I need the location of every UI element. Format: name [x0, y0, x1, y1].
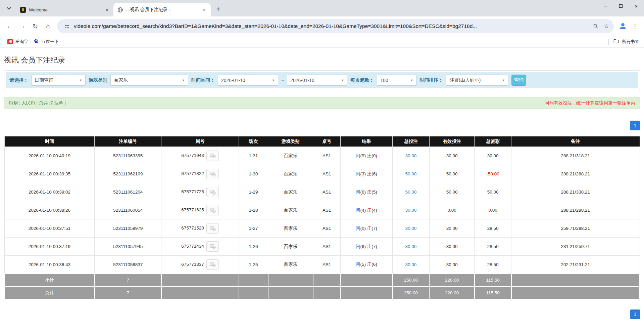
- cell-session: 1-31: [239, 147, 268, 165]
- cell-total-bet: 30.00: [393, 147, 430, 165]
- date-end-select[interactable]: 2026-01-10 ▼: [287, 75, 347, 86]
- total-bet-link[interactable]: 30.00: [405, 153, 417, 158]
- cell-result: 闲(6) 庄(7): [340, 238, 392, 256]
- tab-title: Welcome: [29, 7, 104, 12]
- window-close-button[interactable]: ×: [629, 0, 644, 12]
- video-replay-button[interactable]: [206, 205, 219, 215]
- cell-round: 675771434: [161, 238, 239, 256]
- cell-valid-bet: 30.00: [429, 238, 474, 256]
- total-bet-link[interactable]: 30.00: [405, 226, 417, 231]
- browser-menu-button[interactable]: ⋮: [629, 20, 641, 33]
- player-label: 闲: [356, 171, 360, 176]
- pagination-bottom: 1: [4, 309, 640, 319]
- page-1-button[interactable]: 1: [630, 121, 640, 130]
- column-header-0: 时间: [4, 136, 95, 147]
- banker-points: (6): [371, 171, 377, 176]
- sort-select[interactable]: 降幂(由大到小) ▼: [446, 75, 508, 86]
- footer-valid-bet: 220.00: [429, 274, 474, 287]
- tab-close-icon[interactable]: ×: [201, 7, 207, 13]
- cell-note: 202.71/231.21: [511, 256, 640, 274]
- cell-game: 百家乐: [268, 256, 313, 274]
- banker-label: 庄: [367, 190, 372, 195]
- home-button[interactable]: ⌂: [42, 20, 54, 33]
- tab-search-button[interactable]: [4, 4, 13, 13]
- player-points: (3): [360, 171, 367, 176]
- cell-round: 675771725: [161, 183, 239, 201]
- total-bet-link[interactable]: 50.00: [405, 190, 417, 195]
- back-button[interactable]: ←: [3, 20, 16, 33]
- cell-time: 2026-01-10 00:40:19: [4, 147, 95, 165]
- column-header-7: 总投注: [393, 136, 430, 147]
- per-page-select[interactable]: 100 ▼: [377, 75, 416, 86]
- total-bet-link[interactable]: 30.00: [405, 262, 417, 267]
- bookmarks-divider: [608, 39, 609, 45]
- cell-session: 1-26: [239, 238, 268, 256]
- tab-close-icon[interactable]: ×: [104, 7, 110, 13]
- new-tab-button[interactable]: +: [213, 4, 223, 14]
- window-maximize-button[interactable]: [613, 0, 629, 12]
- round-id: 675771337: [181, 262, 204, 267]
- video-replay-icon: [209, 262, 216, 267]
- total-bet-link[interactable]: 30.00: [405, 244, 417, 249]
- footer-valid-bet: 220.00: [429, 287, 474, 299]
- round-id: 675771943: [181, 153, 204, 158]
- reload-icon: ↻: [33, 23, 38, 30]
- chevron-down-icon: ▼: [410, 79, 413, 82]
- date-start-select[interactable]: 2026-01-10 ▼: [218, 75, 278, 86]
- forward-button[interactable]: →: [16, 20, 29, 33]
- game-kind-select[interactable]: 百家乐 ▼: [110, 75, 188, 86]
- footer-empty-game: [268, 287, 313, 299]
- cell-time: 2026-01-10 00:37:19: [4, 238, 95, 256]
- video-replay-button[interactable]: [206, 187, 219, 197]
- video-replay-button[interactable]: [206, 169, 219, 179]
- cell-total-bet: 30.00: [393, 238, 430, 256]
- cell-bet-id: 523111063395: [95, 147, 161, 165]
- browser-tab-betrecord[interactable]: :::视讯 会员下注纪录::: ×: [113, 3, 211, 16]
- cell-result: 闲(4) 庄(4): [340, 201, 392, 219]
- cell-session: 1-28: [239, 201, 268, 219]
- total-bet-link[interactable]: 30.00: [405, 208, 417, 213]
- all-bookmarks-button[interactable]: 所有书签: [613, 39, 639, 45]
- cell-round: 675771822: [161, 165, 239, 183]
- cell-game: 百家乐: [268, 219, 313, 238]
- reload-button[interactable]: ↻: [29, 20, 42, 33]
- url-text[interactable]: videoie.com/game/betrecord_search/kind3?…: [74, 23, 590, 29]
- zoom-icon[interactable]: [590, 21, 601, 32]
- total-bet-link[interactable]: 50.00: [405, 171, 417, 176]
- all-bookmarks-label: 所有书签: [622, 39, 639, 45]
- browser-tab-welcome[interactable]: Welcome ×: [16, 3, 113, 16]
- site-info-icon[interactable]: [62, 21, 72, 31]
- address-bar[interactable]: videoie.com/game/betrecord_search/kind3?…: [57, 19, 614, 33]
- table-row: 2026-01-10 00:38:26523111060054675771625…: [4, 201, 640, 219]
- cell-note: 231.21/259.71: [511, 238, 640, 256]
- cell-time: 2026-01-10 00:37:51: [4, 219, 95, 238]
- chevron-down-icon: ▼: [502, 79, 505, 82]
- cell-total-bet: 30.00: [393, 201, 430, 219]
- page-1-button[interactable]: 1: [630, 309, 640, 319]
- player-label: 闲: [356, 153, 360, 158]
- cell-valid-bet: 30.00: [429, 147, 474, 165]
- baidu-paw-icon: [34, 39, 39, 45]
- bookmark-aitaobao[interactable]: 淘 爱淘宝: [5, 37, 31, 46]
- video-replay-button[interactable]: [206, 259, 219, 270]
- cell-total-bet: 30.00: [393, 219, 430, 238]
- query-type-select[interactable]: 日期查询 ▼: [31, 75, 86, 86]
- round-id: 675771725: [181, 189, 204, 194]
- table-header-row: 时间注单编号局号场次游戏类别桌号结果总投注有效投注总派彩备注: [4, 136, 640, 147]
- cell-game: 百家乐: [268, 238, 313, 256]
- banker-label: 庄: [367, 153, 372, 158]
- bookmark-star-icon[interactable]: ☆: [601, 21, 612, 32]
- video-replay-button[interactable]: [206, 223, 219, 234]
- footer-empty-note: [511, 287, 640, 299]
- cell-bet-id: 523111062109: [95, 165, 161, 183]
- video-replay-button[interactable]: [206, 241, 219, 252]
- player-label: 闲: [356, 226, 360, 231]
- bookmark-baidu[interactable]: 百度一下: [31, 37, 61, 46]
- date-range-tilde: ~: [281, 78, 284, 83]
- search-button[interactable]: 查询: [511, 75, 526, 86]
- cell-bet-id: 523111060054: [95, 201, 161, 219]
- profile-avatar[interactable]: [616, 20, 629, 33]
- window-minimize-button[interactable]: [598, 0, 613, 12]
- cell-game: 百家乐: [268, 165, 313, 183]
- video-replay-button[interactable]: [206, 151, 219, 161]
